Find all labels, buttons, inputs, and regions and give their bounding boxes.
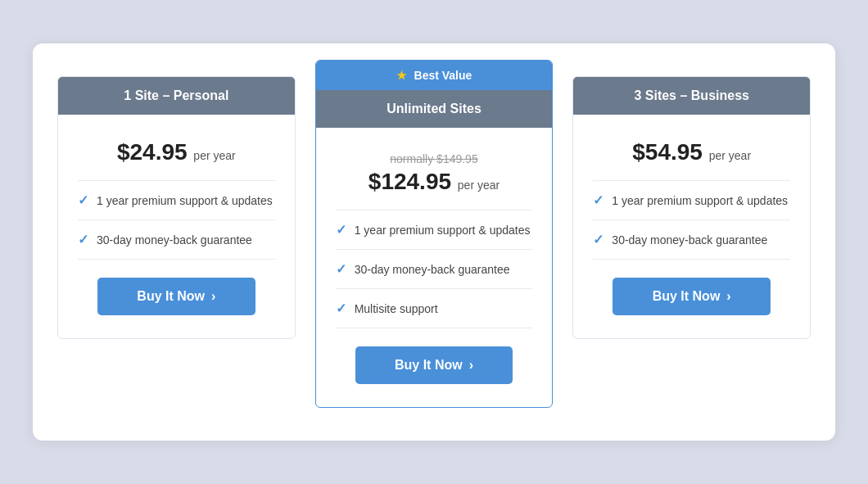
plan-header-business: 3 Sites – Business <box>573 77 810 115</box>
arrow-icon-business: › <box>726 289 730 304</box>
plan-header-unlimited: Unlimited Sites <box>316 90 553 128</box>
check-icon-unlimited-2: ✓ <box>336 301 346 316</box>
plans-container: 1 Site – Personal $24.95 per year ✓ 1 ye… <box>57 76 811 408</box>
feature-item-business-1: ✓ 30-day money-back guarantee <box>593 220 790 260</box>
check-icon-business-1: ✓ <box>593 232 604 247</box>
buy-button-unlimited[interactable]: Buy It Now › <box>355 346 513 384</box>
feature-item-unlimited-0: ✓ 1 year premium support & updates <box>336 210 533 250</box>
check-icon-personal-1: ✓ <box>78 232 88 247</box>
buy-button-personal[interactable]: Buy It Now › <box>97 278 255 315</box>
feature-text-business-1: 30-day money-back guarantee <box>612 233 767 247</box>
plan-body-personal: $24.95 per year ✓ 1 year premium support… <box>58 115 295 338</box>
feature-item-business-0: ✓ 1 year premium support & updates <box>593 181 790 220</box>
per-year-unlimited: per year <box>458 179 500 192</box>
buy-label-business: Buy It Now <box>653 289 721 304</box>
check-icon-unlimited-0: ✓ <box>336 222 346 237</box>
feature-item-unlimited-2: ✓ Multisite support <box>336 289 533 328</box>
star-icon: ★ <box>396 69 407 82</box>
per-year-business: per year <box>709 149 751 162</box>
current-price-business: $54.95 per year <box>593 139 790 165</box>
buy-label-personal: Buy It Now <box>137 289 205 304</box>
feature-text-personal-1: 30-day money-back guarantee <box>97 233 252 247</box>
pricing-card: 1 Site – Personal $24.95 per year ✓ 1 ye… <box>33 43 835 441</box>
features-list-personal: ✓ 1 year premium support & updates ✓ 30-… <box>78 181 275 260</box>
plan-header-personal: 1 Site – Personal <box>58 77 295 115</box>
current-price-personal: $24.95 per year <box>78 139 275 165</box>
plan-card-personal: 1 Site – Personal $24.95 per year ✓ 1 ye… <box>57 76 296 339</box>
feature-item-personal-1: ✓ 30-day money-back guarantee <box>78 220 275 260</box>
arrow-icon-personal: › <box>211 289 215 304</box>
price-section-personal: $24.95 per year <box>78 131 275 181</box>
check-icon-personal-0: ✓ <box>78 192 88 208</box>
price-section-unlimited: normally $149.95 $124.95 per year <box>336 144 533 210</box>
price-section-business: $54.95 per year <box>593 131 790 181</box>
feature-text-business-0: 1 year premium support & updates <box>612 194 788 207</box>
feature-text-unlimited-2: Multisite support <box>355 302 438 315</box>
current-price-unlimited: $124.95 per year <box>336 169 533 195</box>
best-value-label: Best Value <box>414 69 472 82</box>
plan-card-unlimited: ★ Best Value Unlimited Sitesnormally $14… <box>315 60 554 408</box>
plan-card-business: 3 Sites – Business $54.95 per year ✓ 1 y… <box>572 76 811 339</box>
feature-text-unlimited-1: 30-day money-back guarantee <box>355 263 510 276</box>
buy-label-unlimited: Buy It Now <box>395 358 463 373</box>
features-list-business: ✓ 1 year premium support & updates ✓ 30-… <box>593 181 790 260</box>
arrow-icon-unlimited: › <box>469 358 473 373</box>
original-price-unlimited: normally $149.95 <box>336 152 533 165</box>
check-icon-unlimited-1: ✓ <box>336 261 346 277</box>
buy-button-business[interactable]: Buy It Now › <box>613 278 771 315</box>
feature-item-unlimited-1: ✓ 30-day money-back guarantee <box>336 250 533 289</box>
per-year-personal: per year <box>193 149 235 162</box>
feature-text-personal-0: 1 year premium support & updates <box>97 194 273 207</box>
feature-item-personal-0: ✓ 1 year premium support & updates <box>78 181 275 220</box>
check-icon-business-0: ✓ <box>593 192 604 208</box>
plan-body-business: $54.95 per year ✓ 1 year premium support… <box>573 115 810 338</box>
features-list-unlimited: ✓ 1 year premium support & updates ✓ 30-… <box>336 210 533 328</box>
best-value-banner: ★ Best Value <box>316 61 553 90</box>
feature-text-unlimited-0: 1 year premium support & updates <box>355 224 531 237</box>
plan-body-unlimited: normally $149.95 $124.95 per year ✓ 1 ye… <box>316 128 553 407</box>
